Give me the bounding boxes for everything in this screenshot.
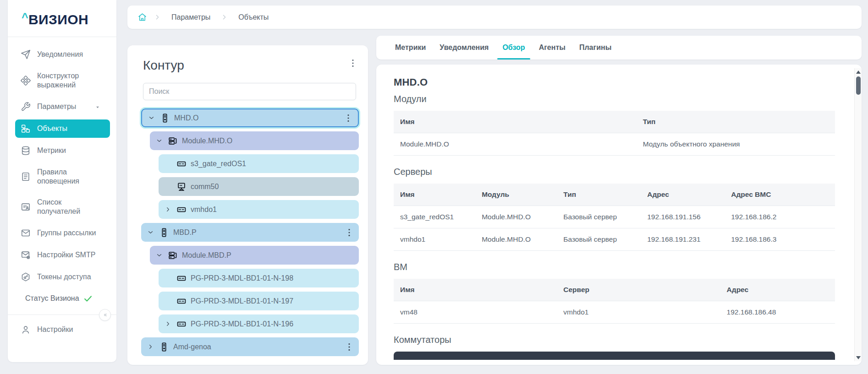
sidebar-item-metrics[interactable]: Метрики: [15, 141, 110, 160]
tree-node-mhdo[interactable]: MHD.O: [141, 108, 359, 127]
chevron-down-icon[interactable]: [147, 228, 157, 238]
monitor-icon: [176, 182, 187, 192]
kebab-menu-icon[interactable]: [344, 228, 354, 238]
panel-title: Контур: [143, 58, 184, 73]
tree-node-label: Module.MBD.P: [182, 251, 231, 260]
tree-node-module-mhdo[interactable]: Module.MHD.O: [150, 131, 359, 150]
server-icon: [176, 296, 187, 306]
search-input[interactable]: [143, 83, 356, 100]
tab-metrics[interactable]: Метрики: [388, 36, 433, 60]
breadcrumb-objects[interactable]: Объекты: [235, 13, 272, 22]
user-icon: [21, 325, 31, 335]
table-row[interactable]: vm48 vmhdo1 192.168.186.48: [394, 301, 835, 324]
tree-node-label: Amd-genoa: [173, 343, 211, 351]
chevron-right-icon[interactable]: [164, 205, 174, 215]
tree-node-pg-198[interactable]: PG-PRD-3-MDL-BD1-01-N-198: [159, 269, 359, 287]
tree-node-label: MBD.P: [173, 228, 197, 237]
chevron-spacer: [164, 159, 174, 169]
cell-module: Module.MHD.O: [475, 228, 557, 251]
tab-overview[interactable]: Обзор: [495, 36, 532, 60]
scroll-down-button[interactable]: [855, 354, 862, 361]
tree-node-label: PG-PRD-3-MDL-BD1-01-N-196: [191, 320, 293, 328]
database-icon: [21, 146, 31, 156]
sidebar-item-recipients[interactable]: Список получателей: [15, 194, 110, 220]
sidebar-item-smtp-settings[interactable]: Настройки SMTP: [15, 246, 110, 264]
column-header: Имя: [394, 184, 475, 206]
chevron-right-icon[interactable]: [147, 342, 157, 352]
column-header: Имя: [394, 111, 637, 133]
sidebar: ^ВИЗИОН Уведомления Конструктор выражени…: [8, 0, 116, 362]
tree-node-label: comm50: [191, 183, 219, 191]
kebab-menu-icon[interactable]: [348, 58, 358, 68]
tree-node-mbdp[interactable]: MBD.P: [141, 223, 359, 242]
table-row[interactable]: Module.MHD.O Модуль объектного хранения: [394, 133, 835, 156]
send-icon: [21, 49, 31, 60]
module-icon: [168, 136, 178, 146]
table-row[interactable]: s3_gate_redOS1 Module.MHD.O Базовый серв…: [394, 206, 835, 228]
switches-table-partial-header: [394, 352, 835, 360]
sidebar-item-label: Настройки: [37, 325, 73, 334]
chevron-spacer: [164, 273, 174, 283]
sidebar-item-expression-builder[interactable]: Конструктор выражений: [15, 67, 110, 94]
tree-node-pg-197[interactable]: PG-PRD-3-MDL-BD1-01-N-197: [159, 292, 359, 310]
tab-plugins[interactable]: Плагины: [572, 36, 618, 60]
chevron-down-icon[interactable]: [155, 250, 165, 260]
kebab-menu-icon[interactable]: [344, 342, 354, 352]
table-row[interactable]: vmhdo1 Module.MHD.O Базовый сервер 192.1…: [394, 228, 835, 251]
tab-notifications[interactable]: Уведомления: [433, 36, 495, 60]
sidebar-item-label: Токены доступа: [37, 272, 91, 282]
tree-node-vmhdo1[interactable]: vmhdo1: [159, 200, 359, 219]
sidebar-item-objects[interactable]: Объекты: [15, 119, 110, 138]
logo-caret-icon: ^: [22, 11, 28, 24]
scroll-up-button[interactable]: [855, 68, 862, 76]
chevron-right-icon: [154, 13, 161, 21]
kebab-menu-icon[interactable]: [343, 113, 353, 123]
breadcrumb-parameters[interactable]: Параметры: [168, 13, 214, 22]
tree-node-label: PG-PRD-3-MDL-BD1-01-N-198: [191, 274, 293, 282]
chevron-right-icon[interactable]: [164, 319, 174, 329]
home-icon[interactable]: [137, 12, 147, 22]
sidebar-item-label: Метрики: [37, 146, 66, 155]
objects-hierarchy-icon: [21, 124, 31, 134]
chevron-down-icon[interactable]: [155, 136, 165, 146]
tree-node-s3-gate[interactable]: s3_gate_redOS1: [159, 154, 359, 173]
tabs-bar: Метрики Уведомления Обзор Агенты Плагины: [376, 36, 862, 60]
cell-address: 192.168.186.48: [720, 301, 835, 324]
sidebar-item-label: Группы рассылки: [37, 228, 96, 238]
chevron-down-icon[interactable]: [94, 103, 101, 110]
tab-agents[interactable]: Агенты: [532, 36, 572, 60]
sidebar-item-parameters[interactable]: Параметры: [15, 98, 110, 116]
sidebar-item-access-tokens[interactable]: Токены доступа: [15, 268, 110, 286]
tree-node-module-mbdp[interactable]: Module.MBD.P: [150, 246, 359, 265]
constructor-icon: [21, 76, 31, 86]
arrow-down-icon: [856, 356, 861, 359]
cell-name: vm48: [394, 301, 557, 324]
vertical-scrollbar[interactable]: [854, 68, 862, 361]
sidebar-divider: [8, 314, 116, 315]
tree-node-label: Module.MHD.O: [182, 137, 232, 145]
scrollbar-thumb[interactable]: [856, 76, 861, 95]
server-icon: [176, 205, 187, 215]
sidebar-item-settings[interactable]: Настройки: [15, 320, 110, 339]
mail-gear-icon: [21, 250, 31, 260]
logo-area: ^ВИЗИОН: [8, 0, 116, 37]
object-tree: MHD.O Module.MHD.O s3_gate_redOS1 co: [141, 108, 359, 356]
chevron-down-icon[interactable]: [148, 113, 158, 123]
cell-name: s3_gate_redOS1: [394, 206, 475, 228]
sidebar-item-notifications[interactable]: Уведомления: [15, 45, 110, 64]
sidebar-collapse-button[interactable]: [99, 309, 111, 321]
cell-name: vmhdo1: [394, 228, 475, 251]
tree-node-label: vmhdo1: [191, 206, 217, 214]
tree-node-amd-genoa[interactable]: Amd-genoa: [141, 337, 359, 356]
sidebar-item-mailing-groups[interactable]: Группы рассылки: [15, 224, 110, 242]
modules-table: Имя Тип Module.MHD.O Модуль объектного х…: [394, 111, 835, 156]
detail-panel: Метрики Уведомления Обзор Агенты Плагины…: [376, 36, 862, 365]
tree-node-pg-196[interactable]: PG-PRD-3-MDL-BD1-01-N-196: [159, 314, 359, 333]
sidebar-item-label: Правила оповещения: [37, 168, 98, 186]
section-heading-switches: Коммутаторы: [394, 335, 835, 345]
tools-icon: [21, 102, 31, 112]
tree-node-label: MHD.O: [174, 114, 198, 122]
tree-node-comm50[interactable]: comm50: [159, 177, 359, 196]
cell-server: vmhdo1: [557, 301, 720, 324]
sidebar-item-alert-rules[interactable]: Правила оповещения: [15, 163, 110, 190]
